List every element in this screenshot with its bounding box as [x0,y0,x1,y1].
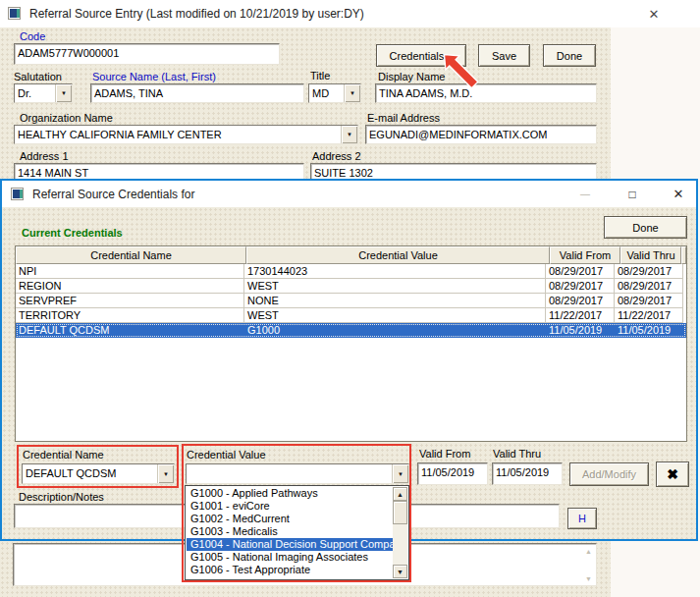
valid-from-label: Valid From [419,448,470,460]
column-header-valid-thru[interactable]: Valid Thru [620,246,681,264]
organization-select[interactable]: HEALTHY CALIFORNIA FAMILY CENTER ▼ [14,125,358,144]
column-header-gutter [681,246,686,264]
cell-value: 1730144023 [244,264,546,279]
title-value: MD [309,84,344,102]
table-row[interactable]: REGIONWEST08/29/201708/29/2017 [16,279,686,294]
close-icon[interactable]: ✕ [640,4,668,24]
valid-from-field[interactable]: 11/05/2019 [417,462,488,485]
history-button[interactable]: H [567,508,597,529]
credential-value-dropdown-list: G1000 - Applied PathwaysG1001 - eviCoreG… [185,485,409,580]
cell-thru: 08/29/2017 [615,294,683,308]
email-field[interactable]: EGUNADI@MEDINFORMATIX.COM [365,125,597,144]
credentials-table-header: Credential Name Credential Value Valid F… [16,246,686,264]
cell-thru: 08/29/2017 [615,279,683,294]
scroll-up-icon[interactable]: ▲ [393,487,407,501]
cell-from: 11/22/2017 [546,308,615,323]
modal-titlebar: Referral Source Credentials for — □ ✕ [2,181,696,207]
scroll-down-icon[interactable]: ▼ [581,572,596,584]
title-label: Title [310,70,330,81]
dropdown-item[interactable]: G1002 - MedCurrent [187,513,393,525]
description-notes-label: Description/Notes [19,491,104,503]
dropdown-item[interactable]: G1006 - Test Appropriate [187,564,393,576]
salutation-select[interactable]: Dr. ▼ [14,83,73,103]
code-label: Code [20,30,45,42]
credential-name-label: Credential Name [23,449,104,461]
minimize-icon[interactable]: — [574,186,596,202]
credentials-button[interactable]: Credentials... [376,44,466,67]
display-name-field[interactable]: TINA ADAMS, M.D. [375,83,597,103]
cell-from: 08/29/2017 [546,264,615,279]
cell-value: WEST [244,308,546,323]
dropdown-items: G1000 - Applied PathwaysG1001 - eviCoreG… [187,487,393,578]
scroll-up-icon[interactable]: ▲ [581,545,596,557]
chevron-down-icon[interactable]: ▼ [55,84,72,102]
parent-titlebar: Referral Source Entry (Last modified on … [0,0,700,27]
dropdown-item[interactable]: G1003 - Medicalis [187,525,393,538]
cell-thru: 08/29/2017 [615,264,683,279]
table-row[interactable]: TERRITORYWEST11/22/201711/22/2017 [16,308,686,323]
cell-name: DEFAULT QCDSM [16,323,244,338]
cell-name: TERRITORY [16,308,244,323]
organization-label: Organization Name [20,112,113,124]
column-header-credential-name[interactable]: Credential Name [16,246,246,264]
app-icon [11,188,24,200]
valid-thru-field[interactable]: 11/05/2019 [492,462,563,485]
salutation-value: Dr. [15,84,55,102]
valid-thru-label: Valid Thru [493,448,541,460]
cell-from: 11/05/2019 [546,323,615,338]
cell-name: REGION [16,279,244,294]
table-row[interactable]: SERVPREFNONE08/29/201708/29/2017 [16,294,686,308]
maximize-icon[interactable]: □ [621,186,643,202]
close-icon[interactable]: ✕ [667,186,690,202]
cell-value: G1000 [244,323,546,338]
chevron-down-icon[interactable]: ▼ [341,126,357,143]
cell-name: SERVPREF [16,294,244,308]
cell-from: 08/29/2017 [546,279,615,294]
chevron-down-icon[interactable]: ▼ [157,464,174,483]
cell-value: NONE [244,294,546,308]
done-button[interactable]: Done [543,44,596,67]
source-name-label: Source Name (Last, First) [92,71,216,82]
address2-label: Address 2 [312,150,361,162]
dropdown-item[interactable]: G1004 - National Decision Support Compan… [187,538,393,551]
parent-window-title: Referral Source Entry (Last modified on … [29,7,364,21]
cell-value: WEST [244,279,546,294]
title-select[interactable]: MD ▼ [308,83,361,103]
table-row[interactable]: NPI173014402308/29/201708/29/2017 [16,264,686,279]
scroll-down-icon[interactable]: ▼ [393,565,407,578]
column-header-credential-value[interactable]: Credential Value [246,246,550,264]
add-modify-button[interactable]: Add/Modify [569,462,649,486]
app: Referral Source Entry (Last modified on … [0,0,700,597]
cell-name: NPI [16,264,244,279]
delete-credential-button[interactable]: ✖ [656,461,689,487]
credentials-table: Credential Name Credential Value Valid F… [15,245,687,442]
chevron-down-icon[interactable]: ▼ [344,84,360,102]
column-header-valid-from[interactable]: Valid From [550,246,620,264]
cell-from: 08/29/2017 [546,294,615,308]
source-name-field[interactable]: ADAMS, TINA [90,83,304,103]
address1-label: Address 1 [20,150,69,162]
modal-title: Referral Source Credentials for [32,188,194,201]
salutation-label: Salutation [14,71,62,82]
modal-done-button[interactable]: Done [604,216,687,239]
cell-thru: 11/05/2019 [615,323,683,338]
dropdown-scrollbar[interactable]: ▲ ▼ [393,487,407,578]
display-name-label: Display Name [378,71,445,82]
code-field[interactable]: ADAM5777W000001 [14,43,280,65]
credential-name-value: DEFAULT QCDSM [23,464,157,483]
credential-value-select[interactable]: ▼ [186,463,409,484]
scrollbar-thumb[interactable] [393,501,407,524]
current-credentials-heading: Current Credentials [22,227,123,239]
app-icon [8,7,21,20]
organization-value: HEALTHY CALIFORNIA FAMILY CENTER [15,126,341,143]
table-row[interactable]: DEFAULT QCDSMG100011/05/201911/05/2019 [16,323,686,338]
dropdown-item[interactable]: G1005 - National Imaging Associates [187,551,393,564]
credentials-table-body: NPI173014402308/29/201708/29/2017REGIONW… [16,264,686,338]
cell-thru: 11/22/2017 [615,308,683,323]
credential-name-select[interactable]: DEFAULT QCDSM ▼ [22,463,175,484]
dropdown-item[interactable]: G1001 - eviCore [187,500,393,513]
credential-value-label: Credential Value [187,449,266,461]
save-button[interactable]: Save [478,44,530,67]
chevron-down-icon[interactable]: ▼ [392,464,408,483]
dropdown-item[interactable]: G1000 - Applied Pathways [187,487,393,500]
